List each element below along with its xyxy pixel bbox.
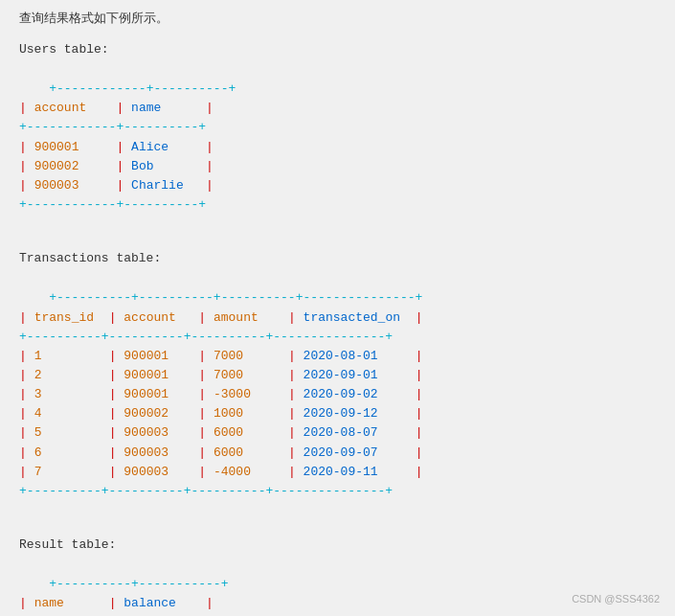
tx-r6-id: 6 [34,445,101,460]
users-table: +------------+----------+ | account | na… [19,60,656,234]
res-header-name: name [34,596,101,610]
users-header-account: account [34,101,109,115]
users-header-name: name [131,101,198,115]
transactions-title: Transactions table: [19,251,656,265]
tx-r1-amount: 7000 [214,349,281,363]
tx-r6-date: 2020-09-07 [304,445,408,460]
users-pipe1: | [19,101,27,115]
tx-r6-amount: 6000 [214,445,281,460]
tx-r7-account: 900003 [124,465,191,479]
users-row3-account: 900003 [34,178,109,193]
tx-r2-id: 2 [34,368,101,382]
tx-header-account: account [124,310,191,325]
users-border-top: +------------+----------+ [49,81,236,96]
users-title: Users table: [19,42,656,57]
result-title: Result table: [19,537,656,552]
tx-r5-id: 5 [34,425,101,440]
tx-r3-id: 3 [34,387,101,401]
intro-text: 查询结果格式如下例所示。 [19,10,656,27]
tx-r7-date: 2020-09-11 [304,465,408,479]
tx-header-date: transacted_on [304,310,408,325]
tx-r7-id: 7 [34,465,101,479]
tx-r5-account: 900003 [124,425,191,440]
tx-r2-account: 900001 [124,368,191,382]
tx-r3-date: 2020-09-02 [304,387,408,401]
tx-header-transid: trans_id [34,310,101,325]
tx-r1-id: 1 [34,349,101,363]
tx-r4-account: 900002 [124,406,191,421]
result-section: Result table: +----------+-----------+ |… [19,537,656,616]
tx-r1-account: 900001 [124,349,191,363]
tx-r1-date: 2020-08-01 [304,349,408,363]
tx-r7-amount: -4000 [214,465,281,479]
tx-r4-amount: 1000 [214,406,281,421]
users-row1-name: Alice [131,140,198,154]
users-row3-name: Charlie [131,178,198,193]
tx-r5-amount: 6000 [214,425,281,440]
users-border-bot: +------------+----------+ [19,197,206,212]
result-table: +----------+-----------+ | name | balanc… [19,556,656,616]
tx-r4-date: 2020-09-12 [304,406,408,421]
tx-header-amount: amount [214,310,281,325]
tx-r4-id: 4 [34,406,101,421]
tx-r5-date: 2020-08-07 [304,425,408,440]
users-border-mid: +------------+----------+ [19,120,206,134]
res-header-balance: balance [124,596,198,610]
tx-r6-account: 900003 [124,445,191,460]
tx-r3-amount: -3000 [214,387,281,401]
tx-r2-date: 2020-09-01 [304,368,408,382]
transactions-section: Transactions table: +----------+--------… [19,251,656,520]
tx-r2-amount: 7000 [214,368,281,382]
users-section: Users table: +------------+----------+ |… [19,42,656,234]
tx-r3-account: 900001 [124,387,191,401]
transactions-table: +----------+----------+----------+------… [19,269,656,520]
users-row1-account: 900001 [34,140,109,154]
watermark: CSDN @SSS4362 [572,593,660,605]
users-row2-name: Bob [131,159,198,173]
users-row2-account: 900002 [34,159,109,173]
